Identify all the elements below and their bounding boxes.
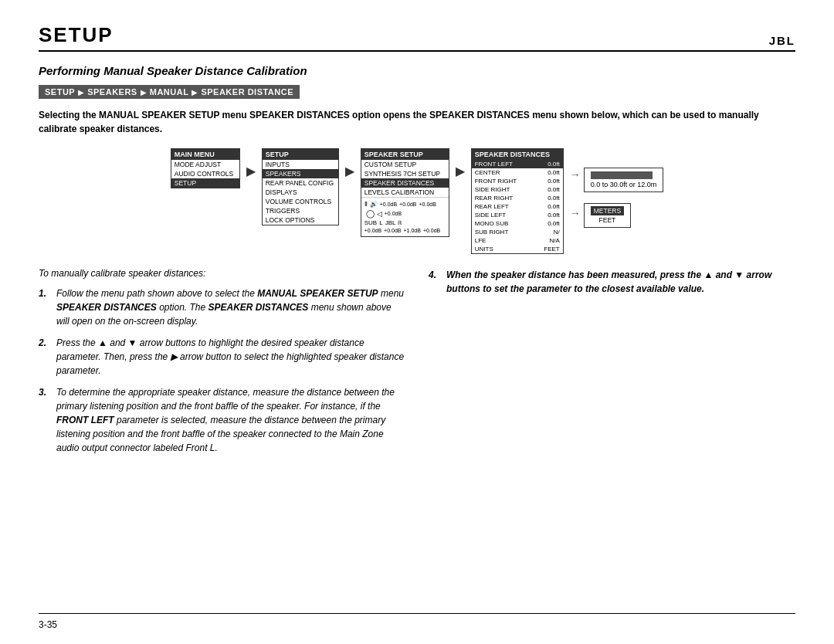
breadcrumb-speaker-distance: SPEAKER DISTANCE <box>201 87 293 97</box>
dist-row-center: CENTER0.0ft <box>472 168 563 177</box>
setup-item-volume: VOLUME CONTROLS <box>263 197 338 206</box>
dist-row-side-right: SIDE RIGHT0.0ft <box>472 185 563 194</box>
units-arrow-icon: → <box>570 207 581 219</box>
step-2-number: 2. <box>39 336 50 378</box>
section-title: Performing Manual Speaker Distance Calib… <box>39 64 795 77</box>
breadcrumb-arrow-2: ▶ <box>141 88 147 97</box>
main-menu-item-2: AUDIO CONTROLS <box>171 169 239 178</box>
range-arrow-icon: → <box>570 168 581 181</box>
range-box: 0.0 to 30.0ft or 12.0m <box>584 168 664 192</box>
dist-row-sub-right: SUB RIGHTN/ <box>472 228 563 236</box>
dist-row-front-left: FRONT LEFT0.0ft <box>472 160 563 168</box>
left-column: To manually calibrate speaker distances:… <box>39 268 405 463</box>
arrow-3: ▶ <box>456 164 465 178</box>
content-area: To manually calibrate speaker distances:… <box>39 268 795 463</box>
main-menu-box: MAIN MENU MODE ADJUST AUDIO CONTROLS SET… <box>171 148 240 188</box>
setup-item-speakers: SPEAKERS <box>263 169 338 178</box>
setup-menu-header: SETUP <box>263 149 338 160</box>
setup-item-inputs: INPUTS <box>263 160 338 169</box>
dist-row-mono-sub: MONO SUB0.0ft <box>472 219 563 228</box>
step-4-text: When the speaker distance has been measu… <box>446 268 795 296</box>
levels-row-1: Ⅱ 🔊 +0.0dB +0.0dB +0.0dB <box>364 201 446 208</box>
page-number: 3-35 <box>39 619 57 630</box>
diagram-area: MAIN MENU MODE ADJUST AUDIO CONTROLS SET… <box>39 148 795 254</box>
step-3: 3. To determine the appropriate speaker … <box>39 385 405 455</box>
dist-row-rear-right: REAR RIGHT0.0ft <box>472 194 563 202</box>
step-1-number: 1. <box>39 286 50 328</box>
manual-note: To manually calibrate speaker distances: <box>39 268 405 279</box>
setup-item-displays: DISPLAYS <box>263 188 338 197</box>
speaker-distances-box: SPEAKER DISTANCES FRONT LEFT0.0ft CENTER… <box>471 148 564 254</box>
step-2-text: Press the ▲ and ▼ arrow buttons to highl… <box>56 336 405 378</box>
dist-row-side-left: SIDE LEFT0.0ft <box>472 211 563 219</box>
speaker-setup-custom: CUSTOM SETUP <box>361 160 449 169</box>
arrow-1: ▶ <box>246 164 256 178</box>
footer: 3-35 <box>39 613 795 630</box>
dist-row-rear-left: REAR LEFT0.0ft <box>472 202 563 211</box>
breadcrumb-arrow-1: ▶ <box>78 88 84 97</box>
step-4-number: 4. <box>429 268 440 296</box>
page-header: SETUP JBL <box>39 23 795 52</box>
step-3-text: To determine the appropriate speaker dis… <box>56 385 405 455</box>
levels-row-2: ◯ ◁ +0.0dB <box>364 209 446 218</box>
main-menu-item-1: MODE ADJUST <box>171 160 239 169</box>
speaker-setup-header: SPEAKER SETUP <box>361 149 449 160</box>
setup-item-triggers: TRIGGERS <box>263 206 338 215</box>
step-2: 2. Press the ▲ and ▼ arrow buttons to hi… <box>39 336 405 378</box>
speaker-setup-levels: LEVELS CALIBRATION <box>361 188 449 197</box>
page-title: SETUP <box>39 23 114 47</box>
levels-row-3: SUB L JBL ℝ <box>364 219 446 226</box>
steps-list: 1. Follow the menu path shown above to s… <box>39 286 405 455</box>
speaker-setup-box: SPEAKER SETUP CUSTOM SETUP SYNTHESIS 7CH… <box>361 148 449 237</box>
page: SETUP JBL Performing Manual Speaker Dist… <box>0 0 834 644</box>
speaker-setup-distances: SPEAKER DISTANCES <box>361 178 449 188</box>
range-units-area: → 0.0 to 30.0ft or 12.0m → METERS FEET <box>570 156 664 228</box>
breadcrumb-arrow-3: ▶ <box>192 88 198 97</box>
right-column: 4. When the speaker distance has been me… <box>429 268 795 463</box>
step-3-number: 3. <box>39 385 50 455</box>
breadcrumb-speakers: SPEAKERS <box>87 87 137 97</box>
main-menu-item-3: SETUP <box>171 178 239 188</box>
main-menu-header: MAIN MENU <box>171 149 239 160</box>
setup-menu-box: SETUP INPUTS SPEAKERS REAR PANEL CONFIG … <box>262 148 339 225</box>
range-text: 0.0 to 30.0ft or 12.0m <box>591 181 657 188</box>
speaker-dist-header: SPEAKER DISTANCES <box>472 149 563 160</box>
intro-text: Selecting the MANUAL SPEAKER SETUP menu … <box>39 108 795 136</box>
dist-row-front-right: FRONT RIGHT0.0ft <box>472 177 563 185</box>
step-1-text: Follow the menu path shown above to sele… <box>56 286 405 328</box>
step-1: 1. Follow the menu path shown above to s… <box>39 286 405 328</box>
breadcrumb: SETUP ▶ SPEAKERS ▶ MANUAL ▶ SPEAKER DIST… <box>39 85 300 99</box>
setup-item-lock: LOCK OPTIONS <box>263 215 338 225</box>
dist-row-units: UNITSFEET <box>472 245 563 253</box>
arrow-2: ▶ <box>345 164 354 178</box>
breadcrumb-manual: MANUAL <box>150 87 189 97</box>
dist-row-lfe: LFEN/A <box>472 236 563 245</box>
feet-label: FEET <box>591 215 624 225</box>
brand-logo: JBL <box>769 34 795 47</box>
setup-item-rear: REAR PANEL CONFIG <box>263 178 338 188</box>
units-box: METERS FEET <box>584 203 631 228</box>
step-4: 4. When the speaker distance has been me… <box>429 268 795 296</box>
meters-label: METERS <box>591 206 624 215</box>
speaker-setup-synthesis: SYNTHESIS 7CH SETUP <box>361 169 449 178</box>
breadcrumb-setup: SETUP <box>45 87 75 97</box>
